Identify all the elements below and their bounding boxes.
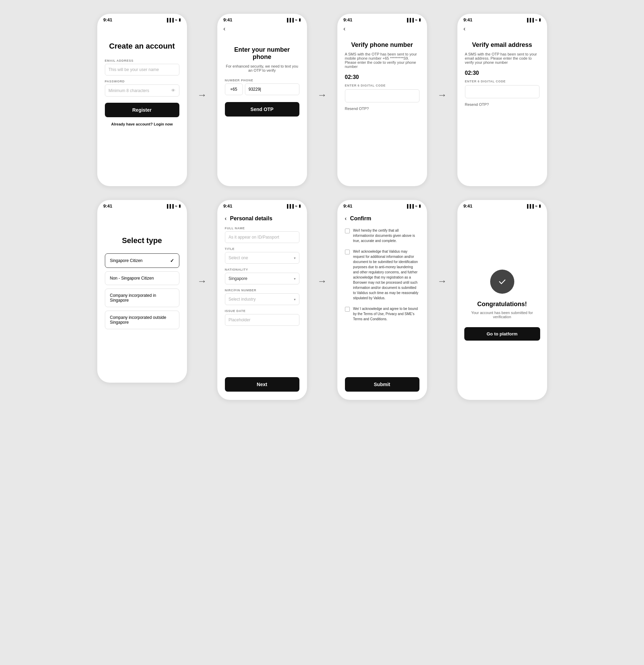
nationality-label: NATIONALITY bbox=[225, 268, 299, 271]
time-6: 9:41 bbox=[224, 203, 232, 209]
submit-button[interactable]: Submit bbox=[345, 377, 419, 392]
enter-phone-title: Enter your number phone bbox=[225, 46, 299, 61]
signal-icon-4: ▐▐▐ bbox=[526, 18, 534, 22]
confirm-title-text: Confirm bbox=[350, 215, 371, 222]
issue-date-input[interactable]: Placeholder bbox=[225, 314, 299, 326]
nirc-label: NIRC/FIN NUMBER bbox=[225, 289, 299, 292]
arrow-4: → bbox=[197, 200, 207, 287]
issue-date-label: ISSUE DATE bbox=[225, 309, 299, 313]
checkbox-3[interactable] bbox=[345, 307, 350, 312]
status-icons-5: ▐▐▐ ≈ ▮ bbox=[166, 204, 180, 208]
verify-phone-subtitle: A SMS with the OTP has been sent to your… bbox=[345, 52, 419, 69]
resend-link-4[interactable]: Resend OTP? bbox=[465, 102, 539, 107]
status-bar-5: 9:41 ▐▐▐ ≈ ▮ bbox=[97, 200, 187, 210]
chevron-down-icon-3: ▾ bbox=[294, 298, 296, 301]
password-label: PASSWORD bbox=[105, 80, 179, 83]
back-button-3[interactable]: ‹ bbox=[337, 24, 350, 32]
status-bar-6: 9:41 ▐▐▐ ≈ ▮ bbox=[217, 200, 307, 210]
create-account-content: Create an account EMAIL ADDRESS This wil… bbox=[97, 24, 187, 186]
login-link-row: Already have account? Login now bbox=[105, 122, 179, 126]
email-input[interactable]: This will be your user name bbox=[105, 64, 179, 75]
confirm-item-1: We/I hereby the certify that all informa… bbox=[345, 228, 419, 243]
select-type-title: Select type bbox=[105, 236, 179, 245]
checkbox-2[interactable] bbox=[345, 250, 350, 254]
signal-icon-2: ▐▐▐ bbox=[286, 18, 294, 22]
password-input[interactable]: Minimum 8 characters 👁 bbox=[105, 84, 179, 97]
go-to-platform-button[interactable]: Go to platform bbox=[464, 327, 540, 341]
confirm-text-2: We/I acknowledge that Validus may reques… bbox=[353, 249, 419, 301]
status-icons-3: ▐▐▐ ≈ ▮ bbox=[406, 18, 420, 22]
personal-details-title: Personal details bbox=[230, 215, 273, 222]
resend-link-3[interactable]: Resend OTP? bbox=[345, 107, 419, 111]
screen-create-account: 9:41 ▐▐▐ ≈ ▮ Create an account EMAIL ADD… bbox=[97, 14, 187, 186]
signal-icon: ▐▐▐ bbox=[166, 18, 174, 22]
chevron-down-icon-2: ▾ bbox=[294, 277, 296, 281]
congrats-title: Congratulations! bbox=[477, 301, 527, 308]
verify-email-content: Verify email address A SMS with the OTP … bbox=[457, 32, 547, 186]
verify-email-subtitle: A SMS with the OTP has been sent to your… bbox=[465, 52, 539, 64]
type-option-3[interactable]: Company incorporated in Singapore bbox=[105, 289, 179, 307]
send-otp-button[interactable]: Send OTP bbox=[225, 102, 299, 117]
create-account-title: Create an account bbox=[105, 42, 179, 51]
wifi-icon-8: ≈ bbox=[535, 204, 537, 208]
title-select[interactable]: Select one ▾ bbox=[225, 252, 299, 264]
status-icons-8: ▐▐▐ ≈ ▮ bbox=[526, 204, 541, 208]
wifi-icon-7: ≈ bbox=[415, 204, 417, 208]
eye-icon: 👁 bbox=[171, 88, 176, 93]
enter-phone-content: Enter your number phone For enhanced sec… bbox=[217, 32, 307, 186]
status-icons-6: ▐▐▐ ≈ ▮ bbox=[286, 204, 300, 208]
back-button-6[interactable]: ‹ bbox=[225, 215, 227, 222]
signal-icon-7: ▐▐▐ bbox=[406, 204, 414, 208]
otp-timer-4: 02:30 bbox=[465, 70, 539, 76]
back-button-7[interactable]: ‹ bbox=[345, 215, 347, 222]
screen-personal-details: 9:41 ▐▐▐ ≈ ▮ ‹ Personal details FULL NAM… bbox=[217, 200, 307, 400]
personal-details-header: ‹ Personal details bbox=[225, 215, 299, 222]
select-type-content: Select type Singapore Citizen ✓ Non - Si… bbox=[97, 210, 187, 383]
status-bar-1: 9:41 ▐▐▐ ≈ ▮ bbox=[97, 14, 187, 24]
status-bar-8: 9:41 ▐▐▐ ≈ ▮ bbox=[457, 200, 547, 210]
confirm-text-1: We/I hereby the certify that all informa… bbox=[353, 228, 419, 243]
confirm-item-3: We/ I acknowledge and agree to be bound … bbox=[345, 306, 419, 322]
status-bar-4: 9:41 ▐▐▐ ≈ ▮ bbox=[457, 14, 547, 24]
svg-point-0 bbox=[496, 275, 508, 288]
time-7: 9:41 bbox=[344, 203, 353, 209]
battery-icon-4: ▮ bbox=[539, 18, 541, 22]
arrow-6: → bbox=[437, 200, 447, 287]
signal-icon-6: ▐▐▐ bbox=[286, 204, 294, 208]
type-option-2[interactable]: Non - Singapore Citizen bbox=[105, 271, 179, 285]
screen-congratulations: 9:41 ▐▐▐ ≈ ▮ Congratulations! Your accou… bbox=[457, 200, 547, 400]
country-code-input[interactable]: +65 bbox=[225, 83, 243, 95]
success-icon bbox=[490, 270, 514, 294]
code-input-4[interactable] bbox=[465, 85, 539, 98]
row-2: 9:41 ▐▐▐ ≈ ▮ Select type Singapore Citiz… bbox=[14, 200, 630, 400]
otp-timer-3: 02:30 bbox=[345, 74, 419, 80]
back-button-4[interactable]: ‹ bbox=[457, 24, 470, 32]
verify-phone-title: Verify phone number bbox=[345, 41, 419, 49]
screen-confirm: 9:41 ▐▐▐ ≈ ▮ ‹ Confirm We/I hereby the c… bbox=[337, 200, 427, 400]
battery-icon-6: ▮ bbox=[299, 204, 301, 208]
phone-label: NUMBER PHONE bbox=[225, 79, 299, 82]
code-input-3[interactable] bbox=[345, 89, 419, 102]
nationality-select[interactable]: Singapore ▾ bbox=[225, 273, 299, 284]
battery-icon-8: ▮ bbox=[539, 204, 541, 208]
nirc-select[interactable]: Select industry ▾ bbox=[225, 293, 299, 305]
full-name-input[interactable]: As it appear on ID/Passport bbox=[225, 231, 299, 243]
register-button[interactable]: Register bbox=[105, 103, 179, 117]
type-option-1[interactable]: Singapore Citizen ✓ bbox=[105, 253, 179, 268]
next-button[interactable]: Next bbox=[225, 377, 299, 392]
checkbox-1[interactable] bbox=[345, 229, 350, 233]
type-option-4[interactable]: Company incorporated outside Singapore bbox=[105, 311, 179, 329]
screen-select-type: 9:41 ▐▐▐ ≈ ▮ Select type Singapore Citiz… bbox=[97, 200, 187, 383]
status-icons-1: ▐▐▐ ≈ ▮ bbox=[166, 18, 180, 22]
signal-icon-5: ▐▐▐ bbox=[166, 204, 174, 208]
wifi-icon-4: ≈ bbox=[535, 18, 537, 22]
wifi-icon-6: ≈ bbox=[295, 204, 297, 208]
chevron-down-icon: ▾ bbox=[294, 256, 296, 260]
time-2: 9:41 bbox=[224, 17, 232, 22]
phone-number-input[interactable]: 93229| bbox=[245, 83, 299, 95]
screen-verify-phone: 9:41 ▐▐▐ ≈ ▮ ‹ Verify phone number A SMS… bbox=[337, 14, 427, 186]
screen-enter-phone: 9:41 ▐▐▐ ≈ ▮ ‹ Enter your number phone F… bbox=[217, 14, 307, 186]
battery-icon-2: ▮ bbox=[299, 18, 301, 22]
back-button-2[interactable]: ‹ bbox=[217, 24, 230, 32]
battery-icon: ▮ bbox=[179, 18, 181, 22]
